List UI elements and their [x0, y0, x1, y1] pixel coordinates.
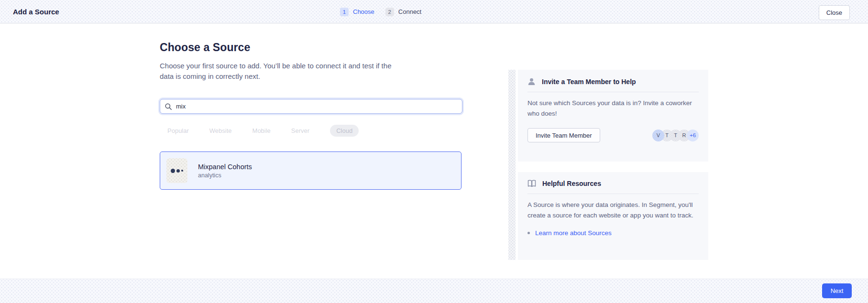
step-choose[interactable]: 1 Choose	[340, 8, 374, 16]
tab-cloud[interactable]: Cloud	[330, 125, 359, 137]
avatar-overflow-badge: +6	[687, 130, 699, 141]
avatar: V	[652, 130, 664, 141]
search-input-value: mix	[176, 103, 186, 110]
top-bar: Add a Source 1 Choose 2 Connect Close	[0, 0, 868, 23]
team-avatar-stack: V T T R +6	[652, 130, 699, 141]
source-search-input[interactable]: mix	[160, 99, 462, 114]
source-chooser-column: Choose a Source Choose your first source…	[160, 24, 462, 190]
step-1-label: Choose	[353, 8, 374, 15]
step-connect[interactable]: 2 Connect	[385, 8, 421, 16]
invite-team-member-card: Invite a Team Member to Help Not sure wh…	[518, 70, 708, 162]
footer-bar: Next	[0, 279, 868, 303]
invite-card-title: Invite a Team Member to Help	[542, 78, 636, 86]
bullet-icon	[527, 232, 530, 234]
mixpanel-dots-logo-icon	[166, 158, 187, 183]
helpful-resources-card: Helpful Resources A Source is where your…	[518, 172, 708, 260]
source-category: analytics	[198, 172, 252, 179]
next-button[interactable]: Next	[822, 283, 852, 298]
source-result-mixpanel-cohorts[interactable]: Mixpanel Cohorts analytics	[160, 152, 461, 190]
result-text: Mixpanel Cohorts analytics	[198, 163, 252, 179]
list-item: Learn more about Sources	[527, 229, 699, 237]
resources-card-body: A Source is where your data originates. …	[527, 200, 699, 221]
invite-card-body: Not sure which Sources your data is in? …	[527, 98, 699, 119]
person-icon	[527, 77, 536, 86]
wizard-stepper: 1 Choose 2 Connect	[340, 0, 421, 23]
invite-actions-row: Invite Team Member V T T R +6	[527, 128, 699, 142]
search-icon	[165, 103, 172, 110]
invite-team-member-button[interactable]: Invite Team Member	[527, 128, 600, 142]
source-name: Mixpanel Cohorts	[198, 163, 252, 171]
tab-mobile[interactable]: Mobile	[253, 125, 271, 137]
close-button[interactable]: Close	[819, 5, 850, 20]
divider	[527, 92, 699, 92]
step-2-label: Connect	[398, 8, 421, 15]
page-title: Choose a Source	[160, 41, 462, 54]
category-filter-tabs: Popular Website Mobile Server Cloud	[167, 125, 462, 137]
divider	[527, 194, 699, 194]
resources-card-header: Helpful Resources	[527, 172, 699, 187]
step-2-badge: 2	[385, 8, 394, 16]
book-icon	[527, 180, 536, 187]
resource-links-list: Learn more about Sources	[527, 229, 699, 237]
step-1-badge: 1	[340, 8, 349, 16]
window-title: Add a Source	[13, 0, 59, 23]
page-description: Choose your first source to add. You’ll …	[160, 61, 403, 81]
sidebar-divider-strip	[508, 70, 516, 260]
tab-popular[interactable]: Popular	[167, 125, 189, 137]
learn-more-sources-link[interactable]: Learn more about Sources	[535, 229, 612, 237]
resources-card-title: Helpful Resources	[542, 180, 601, 187]
tab-server[interactable]: Server	[291, 125, 309, 137]
invite-card-header: Invite a Team Member to Help	[527, 70, 699, 86]
main-content: Choose a Source Choose your first source…	[0, 24, 868, 279]
tab-website[interactable]: Website	[209, 125, 232, 137]
